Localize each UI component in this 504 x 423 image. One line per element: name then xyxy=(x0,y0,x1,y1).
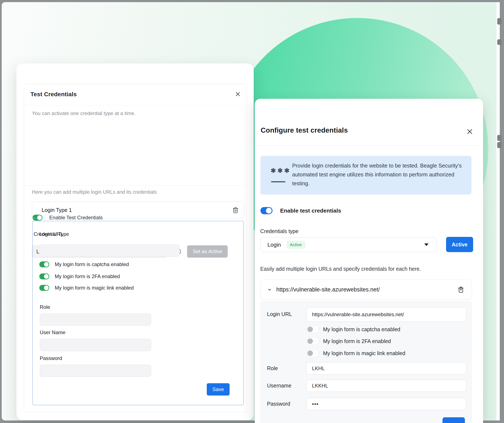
modal-header: Test Credentials xyxy=(24,84,246,105)
info-text: Provide login credentials for the websit… xyxy=(292,161,463,188)
captcha-toggle-label: My login form is captcha enabled xyxy=(323,326,400,332)
scrollbar-notch xyxy=(497,142,501,148)
login-url-input[interactable] xyxy=(39,244,180,257)
credentials-icon-underline xyxy=(271,181,285,182)
divider xyxy=(255,145,483,146)
trash-icon[interactable] xyxy=(458,286,464,293)
magic-link-toggle-label: My login form is magic link enabled xyxy=(323,350,405,356)
configure-test-credentials-modal: Configure test credentials ✱✱✱ Provide l… xyxy=(255,99,483,423)
username-label: User Name xyxy=(40,330,65,335)
captcha-toggle-row: My login form is captcha enabled xyxy=(306,326,400,333)
enable-test-credentials-toggle[interactable] xyxy=(260,207,272,214)
role-input[interactable] xyxy=(40,314,151,326)
password-label: Password xyxy=(40,355,62,361)
trash-icon[interactable] xyxy=(232,206,239,214)
modal-title: Configure test credentials xyxy=(261,126,348,134)
test-credentials-modal: Test Credentials You can activate one cr… xyxy=(17,63,254,420)
screen: Test Credentials You can activate one cr… xyxy=(0,0,504,423)
credentials-type-label: Credentials type xyxy=(260,228,299,234)
credentials-type-dropdown[interactable]: Login Active xyxy=(260,237,436,252)
2fa-toggle[interactable] xyxy=(39,273,49,279)
captcha-toggle-label: My login form is captcha enabled xyxy=(55,261,129,267)
window-scrollbar[interactable] xyxy=(496,2,500,420)
enable-test-credentials-label: Enable test credentials xyxy=(280,207,341,214)
scrollbar-notch xyxy=(497,135,501,141)
modal-note: You can activate one credential type at … xyxy=(32,110,136,116)
chevron-down-icon xyxy=(267,287,272,292)
divider xyxy=(24,185,246,186)
info-banner: ✱✱✱ Provide login credentials for the we… xyxy=(260,156,471,195)
login-type-form-panel: Login URL My login form is captcha enabl… xyxy=(32,221,244,405)
test-credentials-panel: Test Credentials You can activate one cr… xyxy=(24,84,247,412)
username-input[interactable] xyxy=(40,339,151,351)
active-badge: Active xyxy=(287,241,305,249)
2fa-toggle-label: My login form is 2FA enabled xyxy=(55,273,120,279)
close-icon[interactable] xyxy=(235,91,241,97)
login-type-card[interactable]: Login Type 1 xyxy=(32,202,244,218)
password-label: Password xyxy=(267,401,290,407)
captcha-toggle[interactable] xyxy=(306,326,319,333)
caret-down-icon xyxy=(424,243,429,246)
accordion-url: https://vulnerable-site.azurewebsites.ne… xyxy=(276,286,380,293)
password-input[interactable] xyxy=(306,398,466,410)
enable-test-credentials-row: Enable test credentials xyxy=(260,207,341,214)
login-urls-hint: Here you can add multiple login URLs and… xyxy=(32,189,157,195)
login-urls-hint: Easily add multiple login URLs and speci… xyxy=(260,266,421,272)
magic-link-toggle[interactable] xyxy=(39,285,49,291)
2fa-toggle-label: My login form is 2FA enabled xyxy=(323,338,391,344)
scrollbar-notch xyxy=(497,39,501,45)
credentials-icon: ✱✱✱ xyxy=(271,167,291,174)
dropdown-value: Login xyxy=(267,242,281,248)
magic-link-toggle-row: My login form is magic link enabled xyxy=(39,285,134,291)
login-url-label: Login URL xyxy=(39,231,63,237)
save-button[interactable]: Save xyxy=(443,417,465,423)
modal-title: Test Credentials xyxy=(30,91,77,98)
close-icon[interactable] xyxy=(466,128,473,135)
active-button[interactable]: Active xyxy=(446,237,473,252)
login-url-accordion[interactable]: https://vulnerable-site.azurewebsites.ne… xyxy=(260,280,472,299)
2fa-toggle-row: My login form is 2FA enabled xyxy=(39,273,120,279)
2fa-toggle[interactable] xyxy=(306,337,319,345)
login-type-title: Login Type 1 xyxy=(42,207,72,213)
captcha-toggle-row: My login form is captcha enabled xyxy=(39,261,129,267)
username-input[interactable] xyxy=(306,380,466,392)
role-label: Role xyxy=(40,304,50,310)
2fa-toggle-row: My login form is 2FA enabled xyxy=(306,337,391,345)
login-url-input[interactable] xyxy=(306,307,466,322)
scrollbar-notch xyxy=(497,18,501,24)
captcha-toggle[interactable] xyxy=(39,261,49,267)
magic-link-toggle[interactable] xyxy=(306,349,319,357)
role-label: Role xyxy=(267,365,278,371)
magic-link-toggle-row: My login form is magic link enabled xyxy=(306,349,405,357)
password-input[interactable] xyxy=(40,365,151,377)
credentials-form-panel: Login URL My login form is captcha enabl… xyxy=(260,301,472,423)
login-url-label: Login URL xyxy=(267,311,292,317)
username-label: Username xyxy=(267,383,291,389)
magic-link-toggle-label: My login form is magic link enabled xyxy=(55,285,134,291)
role-input[interactable] xyxy=(306,362,466,375)
save-button[interactable]: Save xyxy=(207,383,230,395)
